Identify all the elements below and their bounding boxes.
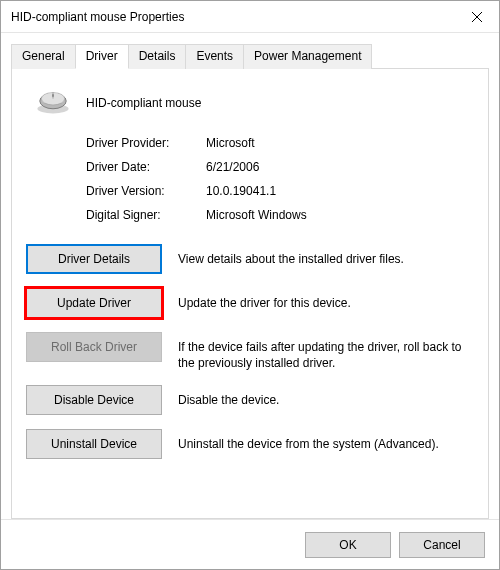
action-row-update: Update Driver Update the driver for this… <box>26 288 474 318</box>
version-label: Driver Version: <box>86 184 206 198</box>
close-icon <box>472 12 482 22</box>
mouse-icon <box>34 87 72 118</box>
signer-value: Microsoft Windows <box>206 208 307 222</box>
info-row-signer: Digital Signer: Microsoft Windows <box>86 208 474 222</box>
provider-value: Microsoft <box>206 136 255 150</box>
uninstall-device-desc: Uninstall the device from the system (Ad… <box>178 429 474 452</box>
disable-device-desc: Disable the device. <box>178 385 474 408</box>
window-title: HID-compliant mouse Properties <box>11 10 184 24</box>
action-row-rollback: Roll Back Driver If the device fails aft… <box>26 332 474 371</box>
tab-events[interactable]: Events <box>185 44 244 69</box>
action-row-disable: Disable Device Disable the device. <box>26 385 474 415</box>
tab-area: General Driver Details Events Power Mana… <box>1 33 499 519</box>
tab-details[interactable]: Details <box>128 44 187 69</box>
titlebar: HID-compliant mouse Properties <box>1 1 499 33</box>
signer-label: Digital Signer: <box>86 208 206 222</box>
svg-point-4 <box>52 94 54 97</box>
provider-label: Driver Provider: <box>86 136 206 150</box>
tab-power-management[interactable]: Power Management <box>243 44 372 69</box>
date-label: Driver Date: <box>86 160 206 174</box>
date-value: 6/21/2006 <box>206 160 259 174</box>
tab-strip: General Driver Details Events Power Mana… <box>11 43 489 68</box>
action-row-details: Driver Details View details about the in… <box>26 244 474 274</box>
driver-details-desc: View details about the installed driver … <box>178 244 474 267</box>
roll-back-driver-button: Roll Back Driver <box>26 332 162 362</box>
uninstall-device-button[interactable]: Uninstall Device <box>26 429 162 459</box>
device-header: HID-compliant mouse <box>26 87 474 118</box>
update-driver-button[interactable]: Update Driver <box>26 288 162 318</box>
disable-device-button[interactable]: Disable Device <box>26 385 162 415</box>
info-row-date: Driver Date: 6/21/2006 <box>86 160 474 174</box>
properties-window: HID-compliant mouse Properties General D… <box>0 0 500 570</box>
roll-back-driver-desc: If the device fails after updating the d… <box>178 332 474 371</box>
tab-content-driver: HID-compliant mouse Driver Provider: Mic… <box>11 68 489 519</box>
action-row-uninstall: Uninstall Device Uninstall the device fr… <box>26 429 474 459</box>
info-row-provider: Driver Provider: Microsoft <box>86 136 474 150</box>
tab-driver[interactable]: Driver <box>75 44 129 69</box>
device-name: HID-compliant mouse <box>86 96 201 110</box>
version-value: 10.0.19041.1 <box>206 184 276 198</box>
tab-general[interactable]: General <box>11 44 76 69</box>
driver-info: Driver Provider: Microsoft Driver Date: … <box>26 136 474 222</box>
ok-button[interactable]: OK <box>305 532 391 558</box>
driver-details-button[interactable]: Driver Details <box>26 244 162 274</box>
cancel-button[interactable]: Cancel <box>399 532 485 558</box>
info-row-version: Driver Version: 10.0.19041.1 <box>86 184 474 198</box>
close-button[interactable] <box>454 1 499 33</box>
dialog-footer: OK Cancel <box>1 519 499 569</box>
update-driver-desc: Update the driver for this device. <box>178 288 474 311</box>
